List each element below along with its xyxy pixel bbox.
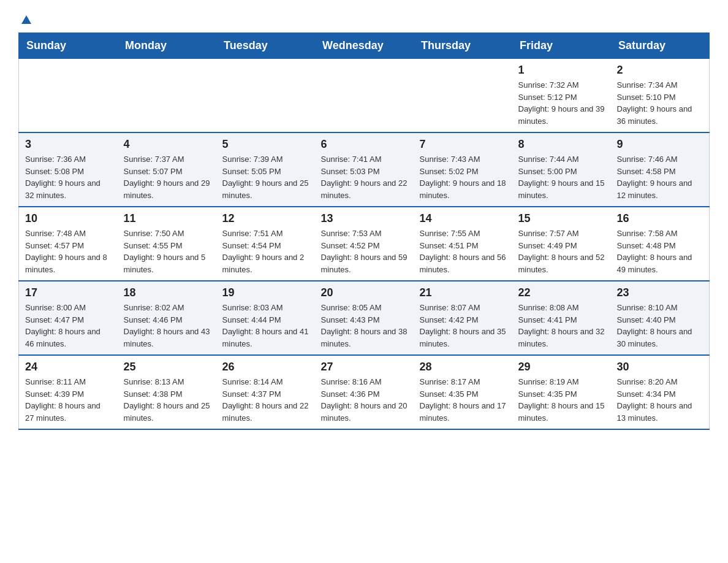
day-number: 18 [124, 286, 210, 299]
calendar-cell: 29Sunrise: 8:19 AMSunset: 4:35 PMDayligh… [512, 355, 611, 429]
day-number: 2 [617, 64, 703, 77]
calendar-cell: 25Sunrise: 8:13 AMSunset: 4:38 PMDayligh… [118, 355, 216, 429]
calendar-body: 1Sunrise: 7:32 AMSunset: 5:12 PMDaylight… [19, 59, 710, 430]
day-number: 27 [321, 361, 408, 373]
calendar-cell: 11Sunrise: 7:50 AMSunset: 4:55 PMDayligh… [118, 207, 216, 281]
day-info: Sunrise: 8:08 AMSunset: 4:41 PMDaylight:… [518, 302, 605, 350]
day-number: 14 [420, 212, 506, 225]
day-number: 11 [124, 212, 210, 225]
day-number: 3 [25, 138, 112, 151]
day-info: Sunrise: 8:03 AMSunset: 4:44 PMDaylight:… [222, 302, 309, 350]
calendar-cell: 6Sunrise: 7:41 AMSunset: 5:03 PMDaylight… [315, 132, 414, 207]
day-info: Sunrise: 7:48 AMSunset: 4:57 PMDaylight:… [25, 228, 112, 275]
day-info: Sunrise: 7:58 AMSunset: 4:48 PMDaylight:… [617, 228, 703, 275]
calendar-table: SundayMondayTuesdayWednesdayThursdayFrid… [18, 33, 710, 430]
day-info: Sunrise: 7:36 AMSunset: 5:08 PMDaylight:… [25, 153, 112, 201]
calendar-cell: 30Sunrise: 8:20 AMSunset: 4:34 PMDayligh… [611, 355, 710, 429]
calendar-cell [118, 59, 216, 133]
weekday-header-sunday: Sunday [19, 33, 118, 59]
day-info: Sunrise: 7:34 AMSunset: 5:10 PMDaylight:… [617, 79, 703, 127]
day-info: Sunrise: 7:57 AMSunset: 4:49 PMDaylight:… [518, 228, 605, 275]
day-number: 29 [518, 361, 605, 373]
svg-marker-0 [21, 15, 31, 24]
calendar-cell: 14Sunrise: 7:55 AMSunset: 4:51 PMDayligh… [414, 207, 512, 281]
day-info: Sunrise: 7:46 AMSunset: 4:58 PMDaylight:… [617, 153, 703, 201]
day-info: Sunrise: 8:20 AMSunset: 4:34 PMDaylight:… [617, 376, 703, 424]
calendar-cell: 21Sunrise: 8:07 AMSunset: 4:42 PMDayligh… [414, 281, 512, 355]
calendar-cell [216, 59, 315, 133]
day-number: 24 [25, 361, 112, 373]
day-info: Sunrise: 8:13 AMSunset: 4:38 PMDaylight:… [124, 376, 210, 424]
calendar-cell [315, 59, 414, 133]
day-info: Sunrise: 8:19 AMSunset: 4:35 PMDaylight:… [518, 376, 605, 424]
logo [18, 12, 33, 26]
day-number: 17 [25, 286, 112, 299]
day-info: Sunrise: 7:43 AMSunset: 5:02 PMDaylight:… [420, 153, 506, 201]
day-number: 13 [321, 212, 408, 225]
day-number: 16 [617, 212, 703, 225]
calendar-cell: 7Sunrise: 7:43 AMSunset: 5:02 PMDaylight… [414, 132, 512, 207]
calendar-cell: 18Sunrise: 8:02 AMSunset: 4:46 PMDayligh… [118, 281, 216, 355]
calendar-cell: 27Sunrise: 8:16 AMSunset: 4:36 PMDayligh… [315, 355, 414, 429]
weekday-header-wednesday: Wednesday [315, 33, 414, 59]
calendar-cell: 9Sunrise: 7:46 AMSunset: 4:58 PMDaylight… [611, 132, 710, 207]
day-number: 4 [124, 138, 210, 151]
day-number: 15 [518, 212, 605, 225]
calendar-week-row: 10Sunrise: 7:48 AMSunset: 4:57 PMDayligh… [19, 207, 710, 281]
day-info: Sunrise: 8:16 AMSunset: 4:36 PMDaylight:… [321, 376, 408, 424]
calendar-header: SundayMondayTuesdayWednesdayThursdayFrid… [19, 33, 710, 59]
calendar-cell: 10Sunrise: 7:48 AMSunset: 4:57 PMDayligh… [19, 207, 118, 281]
calendar-week-row: 1Sunrise: 7:32 AMSunset: 5:12 PMDaylight… [19, 59, 710, 133]
calendar-cell: 22Sunrise: 8:08 AMSunset: 4:41 PMDayligh… [512, 281, 611, 355]
day-number: 30 [617, 361, 703, 373]
day-number: 21 [420, 286, 506, 299]
day-info: Sunrise: 8:00 AMSunset: 4:47 PMDaylight:… [25, 302, 112, 350]
day-number: 20 [321, 286, 408, 299]
weekday-header-row: SundayMondayTuesdayWednesdayThursdayFrid… [19, 33, 710, 59]
weekday-header-tuesday: Tuesday [216, 33, 315, 59]
calendar-cell: 20Sunrise: 8:05 AMSunset: 4:43 PMDayligh… [315, 281, 414, 355]
day-info: Sunrise: 7:41 AMSunset: 5:03 PMDaylight:… [321, 153, 408, 201]
day-info: Sunrise: 7:32 AMSunset: 5:12 PMDaylight:… [518, 79, 605, 127]
day-info: Sunrise: 7:50 AMSunset: 4:55 PMDaylight:… [124, 228, 210, 275]
day-number: 10 [25, 212, 112, 225]
day-info: Sunrise: 8:07 AMSunset: 4:42 PMDaylight:… [420, 302, 506, 350]
logo-triangle-icon [20, 13, 33, 26]
calendar-cell: 24Sunrise: 8:11 AMSunset: 4:39 PMDayligh… [19, 355, 118, 429]
day-number: 8 [518, 138, 605, 151]
page-header [18, 12, 710, 26]
day-number: 28 [420, 361, 506, 373]
day-info: Sunrise: 7:44 AMSunset: 5:00 PMDaylight:… [518, 153, 605, 201]
day-info: Sunrise: 7:37 AMSunset: 5:07 PMDaylight:… [124, 153, 210, 201]
calendar-cell: 16Sunrise: 7:58 AMSunset: 4:48 PMDayligh… [611, 207, 710, 281]
calendar-cell: 8Sunrise: 7:44 AMSunset: 5:00 PMDaylight… [512, 132, 611, 207]
calendar-cell: 26Sunrise: 8:14 AMSunset: 4:37 PMDayligh… [216, 355, 315, 429]
day-number: 25 [124, 361, 210, 373]
day-info: Sunrise: 8:14 AMSunset: 4:37 PMDaylight:… [222, 376, 309, 424]
calendar-cell: 3Sunrise: 7:36 AMSunset: 5:08 PMDaylight… [19, 132, 118, 207]
calendar-cell: 5Sunrise: 7:39 AMSunset: 5:05 PMDaylight… [216, 132, 315, 207]
day-info: Sunrise: 8:11 AMSunset: 4:39 PMDaylight:… [25, 376, 112, 424]
weekday-header-saturday: Saturday [611, 33, 710, 59]
calendar-cell: 17Sunrise: 8:00 AMSunset: 4:47 PMDayligh… [19, 281, 118, 355]
weekday-header-thursday: Thursday [414, 33, 512, 59]
calendar-cell: 28Sunrise: 8:17 AMSunset: 4:35 PMDayligh… [414, 355, 512, 429]
calendar-cell: 2Sunrise: 7:34 AMSunset: 5:10 PMDaylight… [611, 59, 710, 133]
day-number: 26 [222, 361, 309, 373]
day-number: 9 [617, 138, 703, 151]
calendar-cell: 1Sunrise: 7:32 AMSunset: 5:12 PMDaylight… [512, 59, 611, 133]
day-info: Sunrise: 8:05 AMSunset: 4:43 PMDaylight:… [321, 302, 408, 350]
day-number: 5 [222, 138, 309, 151]
calendar-week-row: 3Sunrise: 7:36 AMSunset: 5:08 PMDaylight… [19, 132, 710, 207]
day-info: Sunrise: 7:53 AMSunset: 4:52 PMDaylight:… [321, 228, 408, 275]
day-info: Sunrise: 8:17 AMSunset: 4:35 PMDaylight:… [420, 376, 506, 424]
day-info: Sunrise: 7:55 AMSunset: 4:51 PMDaylight:… [420, 228, 506, 275]
calendar-cell: 12Sunrise: 7:51 AMSunset: 4:54 PMDayligh… [216, 207, 315, 281]
calendar-cell: 4Sunrise: 7:37 AMSunset: 5:07 PMDaylight… [118, 132, 216, 207]
calendar-cell: 13Sunrise: 7:53 AMSunset: 4:52 PMDayligh… [315, 207, 414, 281]
calendar-week-row: 17Sunrise: 8:00 AMSunset: 4:47 PMDayligh… [19, 281, 710, 355]
day-info: Sunrise: 7:51 AMSunset: 4:54 PMDaylight:… [222, 228, 309, 275]
day-info: Sunrise: 8:10 AMSunset: 4:40 PMDaylight:… [617, 302, 703, 350]
calendar-cell: 15Sunrise: 7:57 AMSunset: 4:49 PMDayligh… [512, 207, 611, 281]
day-number: 7 [420, 138, 506, 151]
